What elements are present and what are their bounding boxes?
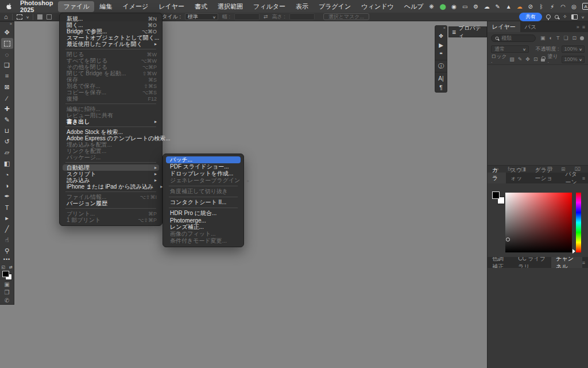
input-method-icon[interactable]: A bbox=[582, 3, 588, 10]
home-icon[interactable]: ⌂ bbox=[4, 13, 8, 20]
lasso-tool[interactable]: ◌ bbox=[1, 49, 13, 60]
menubar-item-view[interactable]: 表示 bbox=[291, 1, 314, 12]
pen-icon[interactable]: ✎ bbox=[495, 3, 501, 10]
user-icon[interactable]: ◎ bbox=[571, 3, 577, 10]
menubar-item-help[interactable]: ヘルプ bbox=[399, 1, 429, 12]
menu-item[interactable]: 書き出し▸ bbox=[60, 118, 162, 125]
pen-tool[interactable]: ✒ bbox=[1, 191, 13, 202]
default-colors-icon[interactable]: ◱ bbox=[2, 265, 6, 270]
tab-CC ライブラリ[interactable]: CC ライブラリ bbox=[513, 257, 551, 268]
type-filter-icon[interactable]: T bbox=[556, 35, 560, 41]
line-tool[interactable]: ╱ bbox=[1, 224, 13, 235]
tab-色調補正[interactable]: 色調補正 bbox=[488, 257, 513, 268]
tab-グラデーション[interactable]: グラデーション bbox=[530, 172, 560, 183]
panel-menu-icon[interactable]: ≡ bbox=[582, 175, 585, 181]
vault-icon[interactable]: ▲ bbox=[506, 3, 512, 10]
history-brush-tool[interactable]: ↺ bbox=[1, 136, 13, 147]
lock-position-icon[interactable]: ✥ bbox=[525, 56, 530, 62]
blend-mode-dropdown[interactable]: 通常 ∨ bbox=[491, 45, 529, 53]
active-tool-icon[interactable] bbox=[17, 14, 22, 20]
select-and-mask-button[interactable]: 選択とマスク... bbox=[323, 13, 369, 20]
new-selection-mode-icon[interactable] bbox=[37, 14, 42, 20]
share-tool-button[interactable]: ✆ bbox=[1, 296, 13, 304]
panel-menu-icon[interactable]: ≡ bbox=[582, 24, 585, 30]
workspace-caret-icon[interactable]: ∨ bbox=[581, 15, 585, 19]
blur-tool[interactable]: ◔ bbox=[1, 169, 13, 180]
menubar-item-edit[interactable]: 編集 bbox=[94, 1, 117, 12]
learn-icon[interactable]: ✧ bbox=[563, 14, 567, 20]
rectangular-marquee-tool[interactable] bbox=[1, 38, 13, 49]
info-dock-icon[interactable]: ⓘ bbox=[435, 62, 447, 71]
edit-toolbar-icon[interactable]: ••• bbox=[3, 256, 10, 263]
lock-all-icon[interactable] bbox=[541, 59, 545, 62]
menubar-item-window[interactable]: ウィンドウ bbox=[356, 1, 399, 12]
width-field[interactable] bbox=[234, 13, 260, 20]
layer-search-field[interactable]: 種類 bbox=[491, 34, 536, 42]
bluetooth-icon[interactable]: ᛒ bbox=[539, 3, 544, 10]
type-tool[interactable]: T bbox=[1, 202, 13, 213]
menubar-item-select[interactable]: 選択範囲 bbox=[212, 1, 248, 12]
menu-item[interactable]: 最近使用したファイルを開く▸ bbox=[60, 41, 162, 47]
pixel-filter-icon[interactable]: ▣ bbox=[540, 35, 546, 41]
tab-パターン[interactable]: パターン bbox=[561, 172, 582, 183]
actions-dock-icon[interactable]: ▶ bbox=[435, 40, 447, 49]
display-icon[interactable]: ▭ bbox=[462, 3, 468, 10]
eyedropper-tool[interactable]: ∕ bbox=[1, 93, 13, 103]
workspace-switcher-icon[interactable] bbox=[571, 14, 578, 20]
foreground-color-swatch[interactable] bbox=[492, 191, 500, 199]
dodge-tool[interactable]: ◑ bbox=[1, 180, 13, 191]
new-layer-icon[interactable]: ⊞ bbox=[561, 166, 566, 172]
tool-preset-caret-icon[interactable]: ∨ bbox=[26, 15, 29, 19]
swatches-dock-icon[interactable]: ❖ bbox=[435, 31, 447, 40]
search-icon[interactable] bbox=[555, 15, 559, 19]
swap-colors-icon[interactable]: ⇄ bbox=[9, 265, 13, 270]
notifications-bell-icon[interactable] bbox=[546, 14, 551, 19]
paragraph-dock-icon[interactable]: ¶ bbox=[435, 83, 447, 92]
color-picker-cursor[interactable] bbox=[506, 237, 510, 241]
eraser-tool[interactable]: ▱ bbox=[1, 147, 13, 158]
hue-slider[interactable] bbox=[576, 193, 581, 252]
airdrop-off-icon[interactable]: ⊘ bbox=[528, 3, 533, 10]
object-selection-tool[interactable]: ❏ bbox=[1, 60, 13, 71]
toggles-icon[interactable]: ⚙ bbox=[473, 3, 479, 10]
battery-icon[interactable]: ⚡ bbox=[550, 3, 555, 10]
hand-tool[interactable]: ☝ bbox=[1, 235, 13, 246]
frame-tool[interactable]: ⊠ bbox=[1, 82, 13, 93]
collapse-dock-icon[interactable]: « bbox=[443, 26, 447, 31]
gradient-tool[interactable]: ◧ bbox=[1, 158, 13, 169]
filter-toggle-icon[interactable] bbox=[580, 36, 584, 40]
apple-logo-icon[interactable] bbox=[6, 2, 13, 10]
share-button[interactable]: 共有 bbox=[519, 13, 542, 21]
zoom-tool[interactable]: ⚲ bbox=[1, 246, 13, 256]
color-swatches[interactable] bbox=[492, 191, 505, 204]
cloud-icon[interactable]: ☁ bbox=[484, 3, 490, 10]
path-selection-tool[interactable]: ▸ bbox=[1, 213, 13, 224]
healing-brush-tool[interactable]: ✚ bbox=[1, 103, 13, 114]
fill-field[interactable]: 100% ∨ bbox=[562, 56, 585, 63]
menubar-item-plugins[interactable]: プラグイン bbox=[314, 1, 356, 12]
foreground-background-colors[interactable]: ◱ ⇄ bbox=[2, 265, 13, 280]
expand-dock-icon[interactable]: » bbox=[577, 24, 579, 30]
hue-slider-pointer[interactable] bbox=[572, 249, 575, 254]
lock-transparency-icon[interactable]: ▨ bbox=[509, 56, 514, 62]
sync-badge-icon[interactable]: ☁ bbox=[517, 3, 523, 10]
tab-チャンネル[interactable]: チャンネル bbox=[551, 257, 582, 268]
lock-pixels-icon[interactable]: ✎ bbox=[518, 56, 523, 62]
lock-artboard-icon[interactable]: ⊡ bbox=[533, 56, 538, 62]
collapse-toolbar-icon[interactable]: » bbox=[10, 22, 14, 27]
crop-tool[interactable]: ⌗ bbox=[1, 71, 13, 82]
menu-item[interactable]: iPhone または iPad から読み込み▸ bbox=[60, 183, 162, 190]
menubar-item-layer[interactable]: レイヤー bbox=[153, 1, 189, 12]
tab-スウォッチ[interactable]: スウォッチ bbox=[506, 172, 531, 183]
menubar-item-filter[interactable]: フィルター bbox=[248, 1, 291, 12]
menu-item[interactable]: HDR Pro に統合... bbox=[163, 210, 243, 217]
clone-stamp-tool[interactable]: ⊔ bbox=[1, 125, 13, 136]
opacity-field[interactable]: 100% ∨ bbox=[562, 45, 585, 53]
smartobject-filter-icon[interactable]: ⊡ bbox=[572, 35, 577, 41]
chat-app-icon[interactable]: ⬤ bbox=[439, 3, 446, 10]
swap-dimensions-icon[interactable]: ⇄ bbox=[264, 14, 268, 20]
move-tool[interactable]: ✥ bbox=[1, 27, 13, 38]
screen-record-icon[interactable]: ◉ bbox=[451, 3, 457, 10]
menubar-item-image[interactable]: イメージ bbox=[117, 1, 153, 12]
adjustment-filter-icon[interactable]: ◐ bbox=[550, 35, 552, 41]
